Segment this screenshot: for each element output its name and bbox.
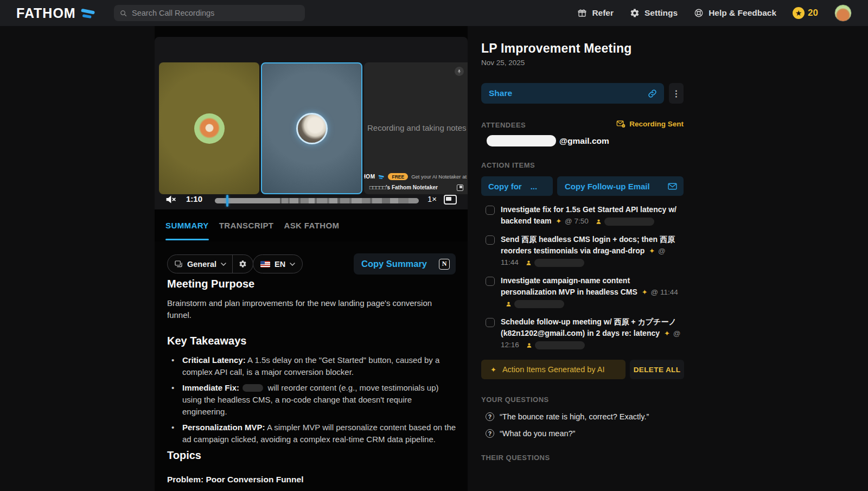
banner-text: Get your AI Notetaker at (411, 174, 467, 180)
action-item-timestamp[interactable]: @ 11:44 (651, 288, 678, 296)
copy-followup-email-button[interactable]: Copy Follow-up Email (557, 176, 684, 196)
template-settings-button[interactable] (233, 260, 253, 268)
summary-template-dropdown[interactable]: General (167, 254, 253, 273)
assignee-name-redacted (534, 259, 584, 267)
redacted-name (242, 384, 263, 392)
notion-icon: N (439, 259, 450, 270)
navbar-actions: Refer Settings Help & Feedback (577, 0, 852, 26)
meeting-title: LP Improvement Meeting (481, 41, 698, 56)
refer-button[interactable]: Refer (577, 8, 614, 18)
takeaway-bullet: Critical Latency: A 1.5s delay on the "G… (171, 354, 457, 378)
help-feedback-button[interactable]: Help & Feedback (694, 8, 776, 18)
tab[interactable]: SUMMARY (165, 209, 209, 241)
topics-title: Topics (167, 449, 457, 462)
progress-bar[interactable] (215, 198, 419, 203)
takeaway-bullet: Immediate Fix: will reorder content (e.g… (171, 382, 457, 418)
action-item-timestamp[interactable]: @ 7:50 (565, 217, 589, 225)
more-options-button[interactable]: ⋮ (669, 83, 684, 104)
your-questions-label: YOUR QUESTIONS (481, 396, 685, 404)
copy-summary-button[interactable]: Copy Summary N (354, 253, 456, 275)
notetaker-owner-label: □□□□□'s Fathom Notetaker (369, 184, 438, 190)
gear-icon (239, 260, 247, 268)
action-item: Investigate fix for 1.5s Get Started API… (481, 204, 685, 227)
free-badge: FREE (388, 173, 408, 180)
playback-speed[interactable]: 1× (427, 194, 437, 203)
template-segment[interactable]: General (174, 260, 232, 269)
action-items-footer: ✦ Action Items Generated by AI DELETE AL… (481, 360, 685, 379)
assignee-name-redacted (535, 341, 585, 349)
assignee-name-redacted (514, 300, 564, 308)
takeaway-lead: Personalization MVP: (182, 423, 265, 432)
template-icon (174, 260, 183, 269)
search-bar[interactable] (114, 5, 305, 21)
delete-all-button[interactable]: DELETE ALL (630, 360, 684, 379)
fathom-app: FATHOM (0, 0, 868, 491)
video-player[interactable]: Recording and taking notes FATHOM FREE G… (155, 37, 468, 209)
link-icon (648, 89, 657, 98)
action-item-text: Investigate campaign-name content person… (501, 276, 637, 296)
gear-icon (630, 8, 640, 18)
playhead[interactable] (226, 195, 228, 207)
ai-generated-label: Action Items Generated by AI (502, 365, 605, 374)
attendees-label: ATTENDEES (481, 121, 526, 129)
notetaker-tile: Recording and taking notes FATHOM FREE G… (364, 62, 468, 194)
credits-badge[interactable]: ★ 20 (793, 7, 818, 19)
popout-icon (457, 184, 463, 191)
sparkles-icon: ✦ (642, 288, 648, 296)
pip-button[interactable] (444, 195, 457, 205)
gift-icon (577, 8, 587, 18)
assignee (526, 341, 585, 349)
copy-for-button[interactable]: Copy for ... (481, 176, 553, 196)
topic-heading: Problem: Poor Conversion Funnel (167, 475, 457, 484)
share-label: Share (489, 88, 512, 98)
meeting-date: Nov 25, 2025 (481, 59, 525, 67)
brand-wordmark: FATHOM (16, 5, 76, 21)
action-item-checkbox[interactable] (486, 206, 495, 215)
tab[interactable]: TRANSCRIPT (219, 209, 274, 241)
tab-label: SUMMARY (165, 221, 209, 230)
action-item-checkbox[interactable] (486, 277, 495, 286)
action-item-checkbox[interactable] (486, 318, 495, 327)
takeaway-lead: Critical Latency: (182, 355, 246, 365)
action-item-content: Investigate fix for 1.5s Get Started API… (501, 204, 681, 227)
user-avatar[interactable] (834, 4, 852, 22)
search-input[interactable] (132, 9, 299, 17)
action-item-content: Investigate campaign-name content person… (501, 275, 681, 309)
settings-label: Settings (644, 8, 678, 18)
action-item-content: Send 西原 headless CMS login + docs; then … (501, 234, 681, 268)
top-navbar: FATHOM (0, 0, 868, 26)
action-item-checkbox[interactable] (486, 235, 495, 245)
person-icon (506, 301, 512, 307)
action-item: Schedule follow-up meeting w/ 西原 + カプチーノ… (481, 316, 685, 350)
tab[interactable]: ASK FATHOM (284, 209, 339, 241)
mute-button[interactable] (165, 194, 176, 205)
takeaway-lead: Immediate Fix: (182, 383, 239, 392)
fathom-logo[interactable]: FATHOM (16, 0, 97, 26)
summary-tabbar: SUMMARY TRANSCRIPT ASK FATHOM (155, 209, 468, 241)
copy-for-suffix: ... (531, 182, 538, 191)
tab-label: ASK FATHOM (284, 221, 339, 230)
question-item: ? “What do you mean?” (486, 429, 685, 439)
language-dropdown[interactable]: EN (253, 254, 303, 273)
takeaways-title: Key Takeaways (167, 335, 457, 347)
ai-generated-button[interactable]: ✦ Action Items Generated by AI (481, 360, 626, 379)
settings-button[interactable]: Settings (630, 8, 678, 18)
sidebar-lower: Investigate fix for 1.5s Get Started API… (481, 204, 685, 462)
attendee-row: @gmail.com (487, 135, 609, 146)
envelope-icon (668, 183, 677, 190)
fathom-logo-icon (80, 7, 97, 20)
template-value: General (187, 260, 216, 269)
their-questions-label: THEIR QUESTIONS (481, 454, 685, 462)
participant-tile-2-active-speaker (261, 62, 362, 194)
share-button[interactable]: Share (481, 83, 664, 104)
credits-count: 20 (808, 8, 818, 18)
your-questions-list: ? “The bounce rate is high, correct? Exa… (481, 412, 685, 439)
assignee-name-redacted (604, 218, 654, 226)
participant-tile-1 (159, 62, 259, 194)
assignee (596, 218, 654, 226)
copy-followup-label: Copy Follow-up Email (565, 182, 650, 191)
star-icon: ★ (793, 7, 805, 19)
purpose-title: Meeting Purpose (167, 278, 457, 290)
question-circle-icon: ? (486, 412, 494, 421)
banner-brand: FATHOM (364, 174, 375, 180)
